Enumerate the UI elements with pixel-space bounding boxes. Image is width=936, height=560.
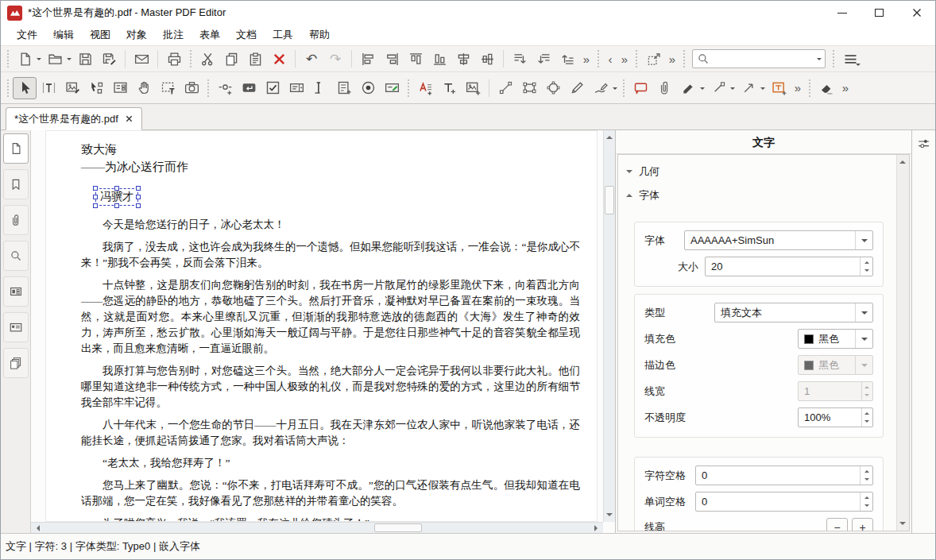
add-radio-button[interactable]: [356, 77, 380, 99]
dropdown-button[interactable]: [855, 231, 872, 249]
menu-file[interactable]: 文件: [9, 25, 45, 44]
sidebar-attachments-tab[interactable]: [3, 205, 29, 235]
toolbar-menu-button[interactable]: [838, 48, 862, 70]
move-into-button[interactable]: [532, 48, 555, 70]
line-height-increase-button[interactable]: +: [852, 518, 873, 531]
toolbar-grip[interactable]: [833, 50, 834, 68]
menu-form[interactable]: 表单: [191, 25, 228, 44]
toolbar-grip[interactable]: [7, 79, 9, 97]
scroll-right-icon[interactable]: [594, 525, 601, 531]
edit-path-tool-button[interactable]: [84, 77, 108, 99]
toolbar-grip[interactable]: [7, 50, 9, 68]
scroll-down-icon[interactable]: [606, 513, 613, 519]
add-checkbox-button[interactable]: [261, 77, 284, 99]
toolbar-grip[interactable]: [190, 50, 191, 68]
vertical-scrollbar[interactable]: [603, 130, 615, 522]
open-button[interactable]: [43, 48, 67, 70]
add-text-field-button[interactable]: [308, 77, 332, 99]
menu-edit[interactable]: 编辑: [45, 25, 82, 44]
selection-handle[interactable]: [136, 195, 141, 199]
redo-button[interactable]: ↷: [323, 48, 347, 70]
word-spacing-input[interactable]: [702, 496, 860, 508]
highlight-button[interactable]: [676, 77, 700, 99]
vertical-scroll-thumb[interactable]: [605, 186, 614, 214]
horizontal-scroll-thumb[interactable]: [374, 523, 422, 532]
opacity-spinner[interactable]: [798, 407, 873, 427]
nav-overflow-button[interactable]: »: [617, 52, 632, 66]
line-height-decrease-button[interactable]: −: [826, 518, 848, 531]
add-signature-field-button[interactable]: [380, 77, 404, 99]
draw-ellipse-button[interactable]: [541, 77, 565, 99]
delete-button[interactable]: [267, 48, 291, 70]
properties-sliders-icon[interactable]: [917, 137, 931, 151]
edit-image-tool-button[interactable]: [60, 77, 84, 99]
fill-color-select[interactable]: 黑色: [798, 329, 873, 349]
eraser-overflow-button[interactable]: »: [838, 81, 853, 95]
selection-handle[interactable]: [136, 203, 141, 208]
cut-button[interactable]: [195, 48, 219, 70]
email-button[interactable]: [130, 48, 153, 70]
menu-object[interactable]: 对象: [118, 25, 155, 44]
pencil-tool-button[interactable]: [565, 77, 589, 99]
spinner-buttons[interactable]: [860, 257, 872, 276]
align-bottom-button[interactable]: [427, 48, 451, 70]
add-comment-button[interactable]: [629, 77, 652, 99]
new-document-button[interactable]: [13, 48, 37, 70]
char-spacing-input[interactable]: [702, 469, 860, 481]
highlight-dropdown[interactable]: [700, 87, 705, 92]
selection-handle[interactable]: [93, 186, 98, 191]
section-geometry[interactable]: 几何: [618, 160, 909, 183]
signature-pen-button[interactable]: [589, 77, 613, 99]
draw-line-button[interactable]: [493, 77, 517, 99]
menu-document[interactable]: 文档: [228, 25, 265, 44]
open-dropdown[interactable]: [67, 58, 72, 63]
spinner-buttons[interactable]: [860, 466, 872, 485]
opacity-input[interactable]: [804, 411, 861, 423]
save-button[interactable]: [73, 48, 97, 70]
fit-page-button[interactable]: [641, 48, 665, 70]
sidebar-layers-tab[interactable]: [3, 348, 29, 378]
add-text-plus-button[interactable]: [437, 77, 461, 99]
dropdown-button[interactable]: [855, 303, 872, 322]
center-vertical-button[interactable]: [475, 48, 499, 70]
sidebar-signatures-tab[interactable]: [3, 312, 29, 342]
word-spacing-spinner[interactable]: [695, 492, 873, 512]
toolbar-grip[interactable]: [623, 79, 625, 97]
add-link-button[interactable]: [213, 77, 237, 99]
menu-help[interactable]: 帮助: [301, 25, 338, 44]
toolbar-grip[interactable]: [207, 79, 209, 97]
section-font[interactable]: 字体: [618, 183, 909, 207]
edit-form-tool-button[interactable]: [108, 77, 132, 99]
align-right-button[interactable]: [380, 48, 404, 70]
text-box-annotation-button[interactable]: [767, 77, 791, 99]
add-list-box-button[interactable]: [332, 77, 356, 99]
annotation-overflow-button[interactable]: »: [791, 81, 805, 95]
selection-handle[interactable]: [93, 203, 98, 208]
scroll-left-icon[interactable]: [33, 525, 40, 531]
add-button-field-button[interactable]: [237, 77, 261, 99]
horizontal-scrollbar[interactable]: [31, 522, 603, 533]
char-spacing-spinner[interactable]: [695, 465, 873, 485]
selection-handle[interactable]: [114, 203, 119, 208]
search-input[interactable]: [710, 53, 817, 64]
toolbar-grip[interactable]: [636, 50, 637, 68]
sidebar-bookmarks-tab[interactable]: [3, 169, 29, 199]
arrow-annotation-button[interactable]: [737, 77, 760, 99]
minimize-button[interactable]: [823, 1, 861, 25]
tab-close-icon[interactable]: [125, 114, 133, 123]
panel-scrollbar[interactable]: [896, 155, 909, 531]
dropdown-button[interactable]: [855, 330, 872, 348]
select-text-tool-button[interactable]: [156, 77, 180, 99]
render-type-select[interactable]: 填充文本: [714, 303, 873, 322]
save-as-button[interactable]: [97, 48, 121, 70]
attach-file-button[interactable]: [652, 77, 676, 99]
new-document-dropdown[interactable]: [37, 58, 41, 63]
add-text-object-button[interactable]: [413, 77, 437, 99]
page-back-button[interactable]: ‹: [603, 52, 617, 66]
spinner-buttons[interactable]: [860, 492, 872, 511]
sidebar-fields-tab[interactable]: [3, 276, 29, 307]
toolbar-grip[interactable]: [683, 50, 685, 68]
search-dropdown[interactable]: [817, 58, 822, 63]
snapshot-tool-button[interactable]: [180, 77, 203, 99]
edit-text-tool-button[interactable]: [37, 77, 60, 99]
